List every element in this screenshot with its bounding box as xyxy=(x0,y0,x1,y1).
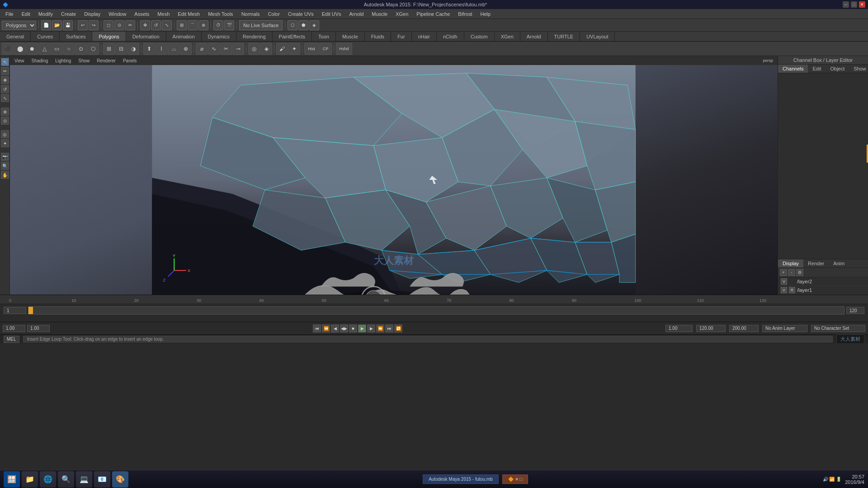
menu-item-assets[interactable]: Assets xyxy=(131,10,153,18)
menu-item-edit uvs[interactable]: Edit UVs xyxy=(318,10,345,18)
menu-item-xgen[interactable]: XGen xyxy=(392,10,412,18)
mod-tab-rendering[interactable]: Rendering xyxy=(236,32,273,41)
disc-btn[interactable]: ○ xyxy=(63,43,75,55)
mod-tab-deformation[interactable]: Deformation xyxy=(126,32,166,41)
scene-canvas[interactable]: X Y Z 大人素材 xyxy=(10,65,778,295)
start-btn[interactable]: 🪟 xyxy=(4,471,20,488)
ie-btn[interactable]: 🌐 xyxy=(40,471,56,488)
mod-tab-painteffects[interactable]: PaintEffects xyxy=(273,32,312,41)
prev-key-btn[interactable]: ◀ xyxy=(331,324,339,333)
boolean-btn[interactable]: ◑ xyxy=(127,43,139,55)
new-layer-btn[interactable]: + xyxy=(780,269,787,276)
menu-item-pipeline cache[interactable]: Pipeline Cache xyxy=(413,10,453,18)
menu-item-file[interactable]: File xyxy=(2,10,17,18)
task-btn-1[interactable]: 💻 xyxy=(76,471,92,488)
move-btn[interactable]: ✥ xyxy=(140,20,150,30)
crease-btn[interactable]: ◈ xyxy=(260,43,272,55)
cut-btn[interactable]: ✂ xyxy=(220,43,232,55)
cp-btn[interactable]: CP xyxy=(319,43,332,55)
ch-tab-edit[interactable]: Edit xyxy=(808,65,826,73)
mod-tab-turtle[interactable]: TURTLE xyxy=(548,32,580,41)
open-btn[interactable]: 📂 xyxy=(52,20,62,30)
menu-item-modify[interactable]: Modify xyxy=(35,10,57,18)
prev-frame-btn[interactable]: ⏪ xyxy=(322,324,330,333)
rotate-tool[interactable]: ↺ xyxy=(1,85,9,93)
move-tool[interactable]: ✥ xyxy=(1,76,9,84)
skip-fwd-btn[interactable]: ⏭ xyxy=(385,324,393,333)
taskbar-task2[interactable]: 🔶 ✕ □ xyxy=(502,474,528,484)
next-frame-btn[interactable]: ⏩ xyxy=(376,324,384,333)
display-mode-btn[interactable]: ⬡ xyxy=(288,20,297,30)
combine-btn[interactable]: ⊞ xyxy=(103,43,115,55)
pb-start-field[interactable]: 1.00 xyxy=(665,325,693,332)
menu-item-create[interactable]: Create xyxy=(57,10,80,18)
paint-geom-btn[interactable]: 🖌 xyxy=(276,43,288,55)
anim-end-field[interactable]: 200.00 xyxy=(729,325,759,332)
soft-sel-tool[interactable]: ◎ xyxy=(1,130,9,138)
snap-tool[interactable]: ⊕ xyxy=(1,108,9,116)
select-btn[interactable]: ◻ xyxy=(104,20,113,30)
box-create-btn[interactable]: ⬛ xyxy=(2,43,14,55)
maximize-button[interactable]: □ xyxy=(851,1,857,8)
wire-btn[interactable]: ⬟ xyxy=(298,20,308,30)
snap-point-btn[interactable]: ⊕ xyxy=(198,20,208,30)
mod-tab-fur[interactable]: Fur xyxy=(391,32,412,41)
mod-tab-curves[interactable]: Curves xyxy=(31,32,60,41)
menu-item-mesh tools[interactable]: Mesh Tools xyxy=(204,10,236,18)
sculpt-tool[interactable]: ✦ xyxy=(1,139,9,147)
hshd-btn[interactable]: Hshd xyxy=(336,43,352,55)
edgeflow-btn[interactable]: ∿ xyxy=(208,43,220,55)
undo-btn[interactable]: ↩ xyxy=(78,20,88,30)
mod-tab-toon[interactable]: Toon xyxy=(312,32,336,41)
sphere-btn[interactable]: ⬤ xyxy=(14,43,26,55)
vp-renderer-menu[interactable]: Renderer xyxy=(95,58,118,63)
layer-tab-display[interactable]: Display xyxy=(778,259,803,267)
menu-item-edit mesh[interactable]: Edit Mesh xyxy=(174,10,203,18)
redo-btn[interactable]: ↪ xyxy=(89,20,99,30)
select-tool[interactable]: ↖ xyxy=(1,58,9,66)
explorer-btn[interactable]: 📁 xyxy=(22,471,38,488)
timeline-ruler[interactable]: 0102030405060708090100110120 xyxy=(0,295,868,304)
prism-btn[interactable]: ⬡ xyxy=(87,43,99,55)
menu-item-window[interactable]: Window xyxy=(105,10,130,18)
vp-lighting-menu[interactable]: Lighting xyxy=(53,58,73,63)
merge-btn[interactable]: ⊕ xyxy=(180,43,192,55)
pb-end-field[interactable]: 120.00 xyxy=(696,325,726,332)
search-btn[interactable]: 🔍 xyxy=(58,471,74,488)
menu-item-mesh[interactable]: Mesh xyxy=(154,10,173,18)
layer-ref-layer1[interactable]: R xyxy=(789,287,795,293)
stop-btn[interactable]: ■ xyxy=(349,324,357,333)
camera-tool[interactable]: 📷 xyxy=(1,153,9,161)
paint-select-tool[interactable]: ✏ xyxy=(1,67,9,75)
scale-tool[interactable]: ⤡ xyxy=(1,94,9,102)
scale-btn[interactable]: ⤡ xyxy=(162,20,172,30)
ch-tab-show[interactable]: Show xyxy=(849,65,868,73)
mode-select[interactable]: Polygons xyxy=(2,21,36,30)
render-btn[interactable]: 🎬 xyxy=(224,20,234,30)
current-time-display[interactable]: 1 xyxy=(4,307,26,314)
bridge-btn[interactable]: ⌇ xyxy=(156,43,167,55)
torus-btn[interactable]: ⊙ xyxy=(75,43,87,55)
menu-item-arnold[interactable]: Arnold xyxy=(346,10,368,18)
play-fwd-btn[interactable]: ▶ xyxy=(358,324,366,333)
del-layer-btn[interactable]: - xyxy=(788,269,795,276)
ch-tab-object[interactable]: Object xyxy=(826,65,849,73)
pan-tool[interactable]: ✋ xyxy=(1,171,9,179)
smooth-btn[interactable]: ◎ xyxy=(248,43,260,55)
loop-btn[interactable]: 🔁 xyxy=(394,324,402,333)
mod-tab-nhair[interactable]: nHair xyxy=(412,32,437,41)
layer-vis-layer2[interactable]: V xyxy=(781,278,787,285)
sculpt-btn[interactable]: ✦ xyxy=(288,43,300,55)
mod-tab-animation[interactable]: Animation xyxy=(166,32,202,41)
snap-grid-btn[interactable]: ⊞ xyxy=(177,20,187,30)
minimize-button[interactable]: ─ xyxy=(843,1,849,8)
mel-label[interactable]: MEL xyxy=(4,336,19,343)
save-btn[interactable]: 💾 xyxy=(63,20,73,30)
menu-item-color[interactable]: Color xyxy=(264,10,283,18)
task-btn-2[interactable]: 📧 xyxy=(94,471,110,488)
maya-btn[interactable]: 🎨 xyxy=(112,471,128,488)
layer-tab-anim[interactable]: Anim xyxy=(829,259,849,267)
cylinder-btn[interactable]: ⏺ xyxy=(26,43,38,55)
vp-panels-menu[interactable]: Panels xyxy=(121,58,139,63)
viewport[interactable]: View Shading Lighting Show Renderer Pane… xyxy=(10,56,778,295)
